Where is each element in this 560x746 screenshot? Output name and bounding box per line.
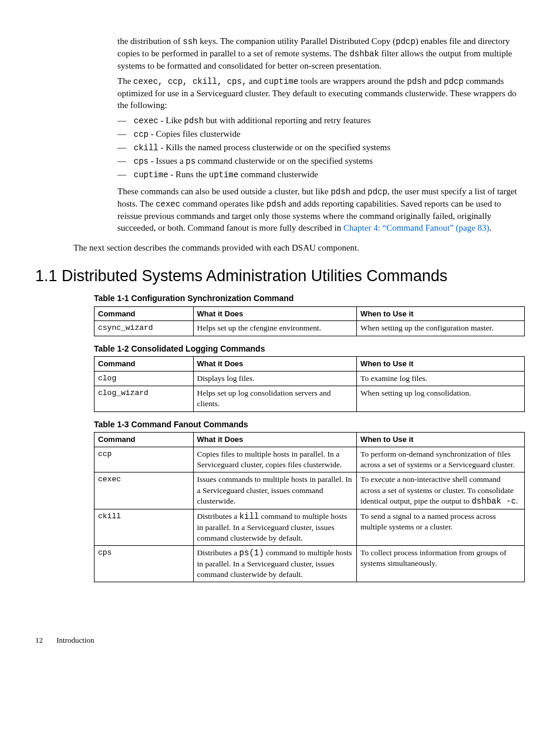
text: These commands can also be used outside …	[117, 187, 330, 196]
cell-when: To execute a non-interactive shell comma…	[357, 472, 525, 509]
chapter-4-link[interactable]: Chapter 4: “Command Fanout” (page 83)	[343, 223, 490, 232]
code-ckill: ckill	[134, 143, 158, 153]
code-ccp: ccp	[134, 130, 149, 139]
code-cmds: cexec, ccp, ckill, cps,	[133, 77, 247, 86]
code-cuptime: cuptime	[264, 77, 298, 86]
table-1-2: Command What it Does When to Use it clog…	[94, 356, 525, 411]
list-item: cuptime - Runs the uptime command cluste…	[117, 168, 525, 181]
code-cexec: cexec	[134, 116, 158, 126]
code-ssh: ssh	[183, 37, 197, 46]
code-pdsh: pdsh	[266, 200, 286, 209]
table-1-1-title: Table 1-1 Configuration Synchronization …	[94, 293, 525, 304]
cell-command: csync_wizard	[95, 321, 194, 336]
cell-does: Distributes a kill command to multiple h…	[193, 509, 357, 545]
cell-does: Copies files to multiple hosts in parall…	[193, 447, 357, 472]
col-when-to-use: When to Use it	[357, 306, 525, 321]
code-pdsh: pdsh	[407, 77, 427, 86]
wrapper-command-list: cexec - Like pdsh but with additional re…	[117, 114, 525, 180]
text: - Issues a	[149, 156, 185, 166]
text: and	[247, 76, 264, 86]
cell-command: cps	[95, 546, 194, 582]
list-item: cexec - Like pdsh but with additional re…	[117, 114, 525, 127]
code-pdcp: pdcp	[396, 37, 416, 46]
col-what-it-does: What it Does	[193, 433, 357, 447]
code-cps: cps	[134, 157, 149, 166]
text: and	[427, 76, 444, 86]
code-ps: ps	[185, 157, 195, 166]
intro-paragraph-2: The cexec, ccp, ckill, cps, and cuptime …	[117, 75, 525, 111]
col-command: Command	[95, 306, 194, 321]
code-uptime: uptime	[209, 170, 238, 180]
text: command clusterwide	[238, 170, 318, 179]
table-row: cps Distributes a ps(1) command to multi…	[95, 546, 525, 582]
list-item: ckill - Kills the named process clusterw…	[117, 141, 525, 154]
col-when-to-use: When to Use it	[357, 357, 525, 372]
table-1-2-title: Table 1-2 Consolidated Logging Commands	[94, 343, 525, 355]
text: tools are wrappers around the	[298, 76, 407, 86]
text: and	[350, 187, 367, 196]
table-row: csync_wizard Helps set up the cfengine e…	[95, 321, 525, 336]
cell-command: cexec	[95, 472, 194, 509]
table-1-1: Command What it Does When to Use it csyn…	[94, 306, 525, 336]
cell-does: Helps set up the cfengine environment.	[193, 321, 357, 336]
text: command operates like	[180, 199, 266, 208]
table-header-row: Command What it Does When to Use it	[95, 306, 525, 321]
page-footer: 12 Introduction	[35, 635, 525, 646]
table-header-row: Command What it Does When to Use it	[95, 433, 525, 447]
text: Distributes a	[197, 512, 239, 521]
page-number: 12	[35, 636, 43, 644]
cell-does: Displays log files.	[193, 371, 357, 386]
cell-does: Helps set up log consolidation servers a…	[193, 386, 357, 411]
code-cexec: cexec	[156, 200, 180, 209]
code-pdcp: pdcp	[367, 187, 387, 197]
cell-command: clog_wizard	[95, 386, 194, 411]
code-dshbak-c: dshbak -c	[471, 497, 516, 506]
table-row: clog Displays log files. To examine log …	[95, 371, 525, 386]
table-row: ckill Distributes a kill command to mult…	[95, 509, 525, 545]
table-row: cexec Issues commands to multiple hosts …	[95, 472, 525, 509]
list-item: ccp - Copies files clusterwide	[117, 128, 525, 140]
cell-does: Distributes a ps(1) command to multiple …	[193, 546, 357, 582]
text: keys. The companion utility Parallel Dis…	[197, 36, 396, 46]
intro-paragraph-3: These commands can also be used outside …	[117, 185, 525, 234]
cell-when: To perform on-demand synchronization of …	[357, 447, 525, 472]
code-cuptime: cuptime	[134, 170, 168, 180]
col-what-it-does: What it Does	[193, 357, 357, 372]
col-what-it-does: What it Does	[193, 306, 357, 321]
list-item: cps - Issues a ps command clusterwide or…	[117, 155, 525, 167]
table-row: ccp Copies files to multiple hosts in pa…	[95, 447, 525, 472]
table-row: clog_wizard Helps set up log consolidati…	[95, 386, 525, 411]
text: the distribution of	[117, 36, 183, 46]
code-dshbak: dshbak	[349, 49, 379, 59]
table-1-3: Command What it Does When to Use it ccp …	[94, 432, 525, 582]
cell-command: clog	[95, 371, 194, 386]
section-heading: 1.1 Distributed Systems Administration U…	[35, 265, 525, 286]
footer-chapter-label: Introduction	[56, 636, 94, 644]
cell-when: To send a signal to a named process acro…	[357, 509, 525, 545]
cell-when: When setting up the configuration master…	[357, 321, 525, 336]
text: .	[490, 223, 492, 232]
text: but with additional reporting and retry …	[204, 116, 371, 125]
text: .	[516, 497, 518, 505]
cell-does: Issues commands to multiple hosts in par…	[193, 472, 357, 509]
next-section-paragraph: The next section describes the commands …	[73, 242, 525, 254]
cell-command: ccp	[95, 447, 194, 472]
text: The	[117, 76, 133, 86]
cell-command: ckill	[95, 509, 194, 545]
cell-when: To collect process information from grou…	[357, 546, 525, 582]
code-kill: kill	[239, 512, 259, 521]
text: - Like	[158, 116, 184, 125]
code-ps1: ps(1)	[239, 548, 264, 558]
col-command: Command	[95, 357, 194, 372]
code-pdsh: pdsh	[184, 116, 204, 126]
code-pdsh: pdsh	[330, 187, 350, 197]
cell-when: To examine log files.	[357, 371, 525, 386]
text: - Copies files clusterwide	[149, 129, 241, 139]
table-header-row: Command What it Does When to Use it	[95, 357, 525, 372]
table-1-3-title: Table 1-3 Command Fanout Commands	[94, 419, 525, 430]
text: Distributes a	[197, 548, 239, 557]
col-when-to-use: When to Use it	[357, 433, 525, 447]
intro-paragraph-1: the distribution of ssh keys. The compan…	[117, 35, 525, 72]
col-command: Command	[95, 433, 194, 447]
text: - Runs the	[168, 170, 209, 179]
